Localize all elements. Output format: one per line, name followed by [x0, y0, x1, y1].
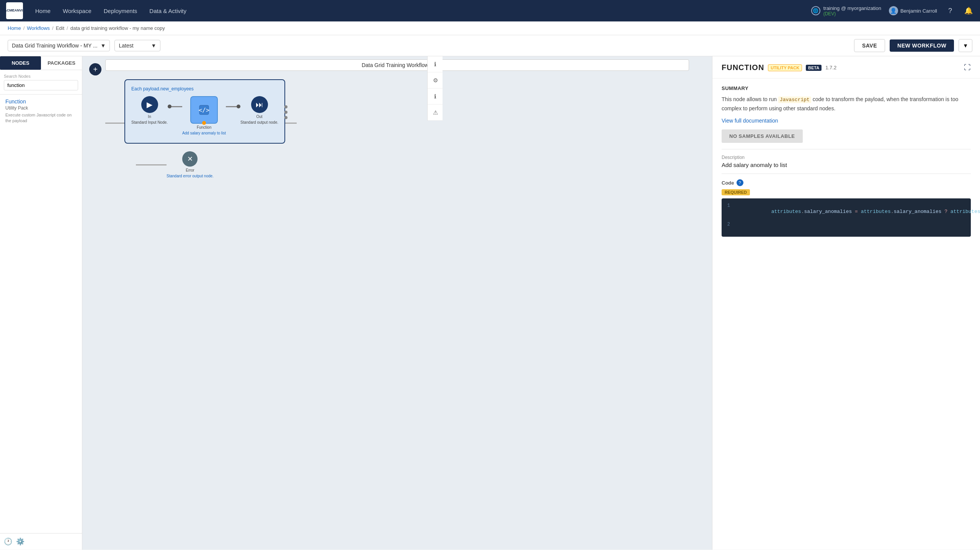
- tab-nodes[interactable]: NODES: [0, 56, 41, 70]
- code-line-2: 2: [722, 221, 971, 228]
- side-dots: [284, 105, 287, 119]
- canvas-filter-tool[interactable]: ⚙: [428, 72, 443, 88]
- toolbar: Data Grid Training Workflow - MY ... ▼ L…: [0, 35, 980, 56]
- sidebar-node-function[interactable]: Function Utility Pack Execute custom Jav…: [0, 95, 82, 128]
- badge-utility-pack: UTILITY PACK: [768, 64, 802, 71]
- main-layout: NODES PACKAGES Search Nodes Function Uti…: [0, 56, 980, 550]
- nav-links: Home Workspace Deployments Data & Activi…: [35, 6, 799, 16]
- node-name: Function: [5, 98, 77, 105]
- group-label: Each payload.new_employees: [131, 86, 278, 92]
- breadcrumb-workflows[interactable]: Workflows: [27, 25, 50, 31]
- line-content-1: attributes.salary_anomalies = attributes…: [735, 203, 980, 220]
- required-badge: REQUIRED: [722, 189, 750, 195]
- connector-1: [172, 106, 182, 107]
- nav-right: 🌐 training @ myorganization (DEV) 👤 Benj…: [811, 5, 974, 16]
- node-row: ▶ In Standard Input Node.: [131, 96, 278, 135]
- code-label: Code: [722, 180, 734, 186]
- canvas-area: + Data Grid Training Workflow... ℹ ⚙ ℹ ⚠…: [82, 56, 712, 550]
- version-selector[interactable]: Latest ▼: [114, 40, 160, 51]
- search-input[interactable]: [4, 80, 78, 90]
- version-chevron-icon: ▼: [151, 43, 157, 49]
- no-samples-button: NO SAMPLES AVAILABLE: [722, 129, 803, 143]
- nav-data-activity[interactable]: Data & Activity: [149, 6, 186, 16]
- canvas-title: Data Grid Training Workflow...: [105, 59, 689, 71]
- canvas-side-tools: ℹ ⚙ ℹ ⚠: [427, 56, 443, 121]
- version-value: Latest: [119, 43, 133, 49]
- connector-2: [226, 106, 237, 107]
- save-button[interactable]: SAVE: [854, 39, 885, 52]
- description-label: Description: [722, 155, 971, 160]
- sidebar-tabs: NODES PACKAGES: [0, 56, 82, 70]
- function-node[interactable]: </>: [190, 96, 218, 124]
- node-group: Each payload.new_employees ▶ In Standard…: [124, 79, 285, 144]
- divider-2: [722, 174, 971, 174]
- expand-icon[interactable]: ⛶: [964, 64, 971, 72]
- canvas-add-button[interactable]: +: [89, 63, 101, 75]
- connector-dot-2: [237, 105, 240, 108]
- breadcrumb-edit: Edit: [56, 25, 64, 31]
- out-node-label: Out: [256, 115, 262, 119]
- tab-packages[interactable]: PACKAGES: [41, 56, 82, 70]
- history-icon[interactable]: 🕐: [4, 537, 12, 546]
- canvas-info2-tool[interactable]: ℹ: [428, 88, 443, 105]
- nav-deployments[interactable]: Deployments: [104, 6, 137, 16]
- breadcrumb-current: data grid training workflow - my name co…: [70, 25, 165, 31]
- error-row: ✕ Error Standard error output node.: [136, 151, 297, 178]
- workflow-selector[interactable]: Data Grid Training Workflow - MY ... ▼: [8, 40, 110, 51]
- help-icon[interactable]: ?: [945, 5, 956, 16]
- error-label: Error: [186, 168, 194, 172]
- user-avatar: 👤: [889, 6, 898, 15]
- line-num-1: 1: [722, 203, 735, 208]
- out-node-col: ⏭ Out Standard output node.: [240, 96, 278, 124]
- in-node[interactable]: ▶: [141, 96, 158, 113]
- panel-header: FUNCTION UTILITY PACK BETA 1.7.2 ⛶: [712, 56, 980, 79]
- org-name: training @ myorganization: [823, 5, 881, 11]
- toolbar-dropdown-button[interactable]: ▼: [959, 39, 972, 52]
- code-label-row: Code ?: [722, 179, 971, 186]
- panel-title-row: FUNCTION UTILITY PACK BETA 1.7.2 ⛶: [722, 63, 971, 72]
- panel-version: 1.7.2: [825, 65, 836, 70]
- code-help-icon[interactable]: ?: [737, 179, 743, 186]
- nav-user[interactable]: 👤 Benjamin Carroll: [889, 6, 937, 15]
- canvas-warning-tool[interactable]: ⚠: [428, 105, 443, 121]
- in-node-sublabel: Standard Input Node.: [131, 120, 168, 124]
- sidebar: NODES PACKAGES Search Nodes Function Uti…: [0, 56, 82, 550]
- function-node-col: </> Function Add salary anomaly to list: [182, 96, 226, 135]
- in-node-label: In: [148, 115, 151, 119]
- canvas-info-tool[interactable]: ℹ: [428, 56, 443, 72]
- search-label: Search Nodes: [4, 74, 78, 79]
- doc-link[interactable]: View full documentation: [722, 118, 778, 124]
- breadcrumb-home[interactable]: Home: [8, 25, 21, 31]
- error-sublabel: Standard error output node.: [167, 174, 214, 178]
- settings-icon[interactable]: ⚙️: [16, 537, 24, 546]
- globe-icon: 🌐: [811, 6, 820, 15]
- code-line-1: 1 attributes.salary_anomalies = attribut…: [722, 202, 971, 221]
- nav-home[interactable]: Home: [35, 6, 51, 16]
- sidebar-search: Search Nodes: [0, 70, 82, 95]
- panel-body: SUMMARY This node allows to run Javascri…: [712, 79, 980, 244]
- code-editor[interactable]: 1 attributes.salary_anomalies = attribut…: [722, 198, 971, 237]
- breadcrumb-sep-3: /: [67, 25, 68, 31]
- user-name: Benjamin Carroll: [900, 8, 937, 14]
- error-node[interactable]: ✕: [182, 151, 198, 167]
- summary-text: This node allows to run Javascript code …: [722, 95, 971, 113]
- app-logo: ACMEANVIL: [6, 2, 23, 19]
- breadcrumb-sep-2: /: [52, 25, 54, 31]
- top-nav: ACMEANVIL Home Workspace Deployments Dat…: [0, 0, 980, 21]
- new-workflow-button[interactable]: NEW WORKFLOW: [890, 39, 954, 52]
- side-dot-1: [284, 105, 287, 108]
- out-node[interactable]: ⏭: [251, 96, 268, 113]
- error-node-col: ✕ Error Standard error output node.: [167, 151, 214, 178]
- line-num-2: 2: [722, 222, 735, 227]
- breadcrumb-sep-1: /: [23, 25, 25, 31]
- in-node-col: ▶ In Standard Input Node.: [131, 96, 168, 124]
- nav-workspace[interactable]: Workspace: [63, 6, 91, 16]
- summary-code: Javascript: [778, 97, 811, 103]
- summary-before: This node allows to run: [722, 96, 778, 102]
- node-pack: Utility Pack: [5, 105, 77, 111]
- svg-text:</>: </>: [199, 106, 210, 114]
- function-node-sublabel: Add salary anomaly to list: [182, 131, 226, 135]
- description-value: Add salary anomaly to list: [722, 162, 971, 168]
- function-icon: </>: [198, 104, 210, 116]
- notification-icon[interactable]: 🔔: [963, 5, 974, 16]
